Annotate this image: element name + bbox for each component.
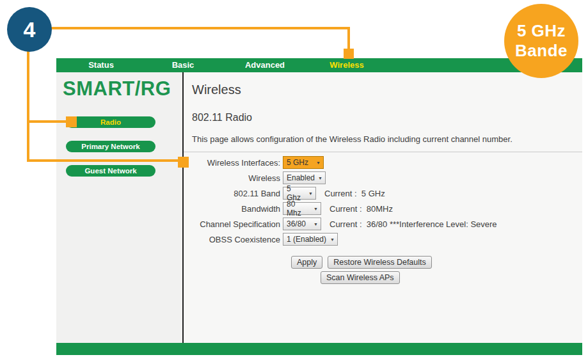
router-admin-window: Status Basic Advanced Wireless SMART/RG … xyxy=(56,58,582,355)
annotation-line-drop-to-nav xyxy=(347,27,350,50)
obss-coexistence-select[interactable]: 1 (Enabled) ▼ xyxy=(283,233,338,246)
sidebar-item-label: Guest Network xyxy=(84,167,136,175)
annotation-line-to-interfaces-select xyxy=(28,159,179,162)
chevron-down-icon: ▼ xyxy=(314,207,318,211)
nav-tab-basic[interactable]: Basic xyxy=(172,58,195,72)
radio-settings-form: Wireless Interfaces: 5 GHz ▼ Wireless En… xyxy=(192,155,582,247)
sidebar: SMART/RG Radio Primary Network Guest Net… xyxy=(56,72,182,343)
wireless-label: Wireless xyxy=(192,173,280,183)
smartrg-logo: SMART/RG xyxy=(63,77,182,100)
selected-value: 36/80 xyxy=(287,219,306,228)
nav-tab-wireless[interactable]: Wireless xyxy=(330,58,363,72)
section-title: 802.11 Radio xyxy=(192,112,582,123)
selected-value: 80 Mhz xyxy=(287,200,311,218)
annotation-line-to-radio-button xyxy=(28,120,67,123)
bandwidth-current-value: Current : 80MHz xyxy=(330,204,393,214)
badge-line-2: Bande xyxy=(515,41,568,61)
wireless-interfaces-select[interactable]: 5 GHz ▼ xyxy=(283,156,324,169)
chevron-down-icon: ▼ xyxy=(314,222,318,226)
annotation-marker-interfaces-select xyxy=(178,157,189,168)
form-row-channel-specification: Channel Specification 36/80 ▼ Current : … xyxy=(192,216,582,232)
bandwidth-label: Bandwidth xyxy=(192,204,280,214)
chevron-down-icon: ▼ xyxy=(316,161,321,165)
band-label: 802.11 Band xyxy=(192,189,280,198)
badge-line-1: 5 GHz xyxy=(517,21,566,41)
wireless-interfaces-label: Wireless Interfaces: xyxy=(192,158,280,168)
sidebar-item-guest-network[interactable]: Guest Network xyxy=(66,165,155,177)
band-current-value: Current : 5 GHz xyxy=(324,189,385,198)
channel-specification-select[interactable]: 36/80 ▼ xyxy=(283,218,321,230)
selected-value: Enabled xyxy=(287,173,315,182)
annotation-line-to-wireless-tab xyxy=(50,27,350,29)
form-row-wireless-interfaces: Wireless Interfaces: 5 GHz ▼ xyxy=(192,155,582,170)
restore-wireless-defaults-button[interactable]: Restore Wireless Defaults xyxy=(328,256,432,269)
top-navbar: Status Basic Advanced Wireless xyxy=(56,58,582,72)
selected-value: 1 (Enabled) xyxy=(287,235,326,244)
sidebar-item-radio[interactable]: Radio xyxy=(66,116,155,128)
window-body: SMART/RG Radio Primary Network Guest Net… xyxy=(56,72,582,343)
sidebar-item-label: Radio xyxy=(100,118,121,126)
selected-value: 5 GHz xyxy=(287,158,308,167)
main-content: Wireless 802.11 Radio This page allows c… xyxy=(184,72,582,343)
page: Status Basic Advanced Wireless SMART/RG … xyxy=(0,0,588,364)
chevron-down-icon: ▼ xyxy=(318,176,322,180)
scan-wireless-aps-button[interactable]: Scan Wireless APs xyxy=(321,271,400,284)
bandwidth-select[interactable]: 80 Mhz ▼ xyxy=(283,202,321,215)
channel-current-value: Current : 36/80 ***Interference Level: S… xyxy=(330,219,497,229)
sidebar-item-label: Primary Network xyxy=(81,143,139,150)
wireless-enabled-select[interactable]: Enabled ▼ xyxy=(283,171,326,184)
button-row-1: Apply Restore Wireless Defaults xyxy=(192,256,582,269)
band-callout-badge: 5 GHz Bande xyxy=(504,4,578,78)
band-select[interactable]: 5 Ghz ▼ xyxy=(283,187,316,200)
nav-tab-advanced[interactable]: Advanced xyxy=(245,58,285,72)
page-description: This page allows configuration of the Wi… xyxy=(192,134,582,144)
annotation-marker-radio-button xyxy=(66,116,77,127)
apply-button[interactable]: Apply xyxy=(291,256,322,269)
annotation-line-down-from-step xyxy=(27,51,29,162)
form-row-wireless: Wireless Enabled ▼ xyxy=(192,170,582,186)
chevron-down-icon: ▼ xyxy=(330,237,335,242)
chevron-down-icon: ▼ xyxy=(308,191,313,196)
step-number: 4 xyxy=(24,17,36,42)
annotation-marker-wireless-tab xyxy=(344,49,354,59)
page-title: Wireless xyxy=(192,83,582,97)
section-divider xyxy=(184,152,582,152)
sidebar-item-primary-network[interactable]: Primary Network xyxy=(66,141,155,152)
obss-coexistence-label: OBSS Coexistence xyxy=(192,235,280,244)
form-row-obss-coexistence: OBSS Coexistence 1 (Enabled) ▼ xyxy=(192,232,582,247)
bottom-bar xyxy=(56,343,582,355)
button-row-2: Scan Wireless APs xyxy=(192,271,582,284)
channel-specification-label: Channel Specification xyxy=(192,219,280,229)
form-row-80211-band: 802.11 Band 5 Ghz ▼ Current : 5 GHz xyxy=(192,186,582,201)
form-row-bandwidth: Bandwidth 80 Mhz ▼ Current : 80MHz xyxy=(192,201,582,216)
nav-tab-status[interactable]: Status xyxy=(88,58,114,72)
step-number-badge: 4 xyxy=(7,7,52,52)
